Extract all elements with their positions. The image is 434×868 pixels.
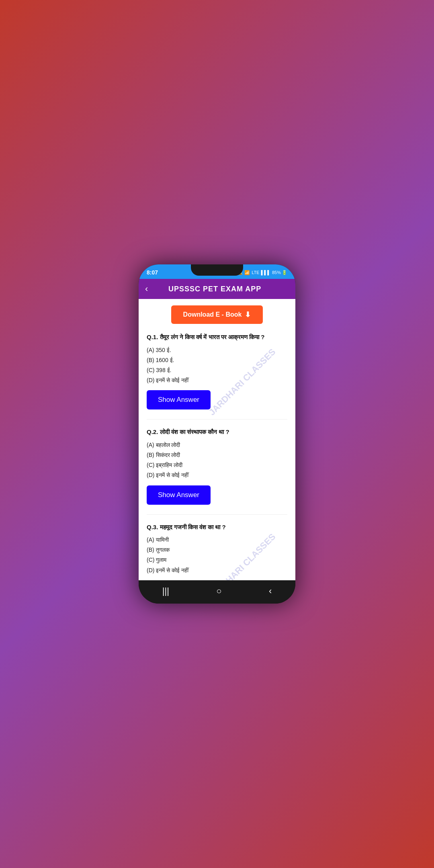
q1-number: Q.1.	[147, 334, 160, 340]
q1-option-c: (C) 398 ई.	[147, 365, 287, 375]
question-block-3: Q.3. महमूद गजनी किस वंश का था ? (A) यामि…	[147, 523, 287, 581]
questions-container: JARDHARI CLASSES Q.1. तैमूर लंग ने किस व…	[139, 329, 295, 580]
wifi-icon: 📶	[244, 270, 250, 275]
download-icon: ⬇	[245, 310, 251, 319]
question-block-1: Q.1. तैमूर लंग ने किस वर्ष में भारत पर आ…	[147, 333, 287, 409]
q3-option-c: (C) गुलाम	[147, 555, 287, 565]
q1-option-b: (B) 1600 ई.	[147, 355, 287, 365]
back-button[interactable]: ‹	[145, 285, 148, 293]
question-2-text: Q.2. लोदी वंश का संस्थापक कौन था ?	[147, 428, 287, 437]
q2-option-b: (B) सिकंदर लोदी	[147, 450, 287, 460]
question-1-text: Q.1. तैमूर लंग ने किस वर्ष में भारत पर आ…	[147, 333, 287, 342]
nav-back-button[interactable]: ‹	[261, 584, 280, 598]
show-answer-btn-1[interactable]: Show Answer	[147, 390, 211, 409]
q3-option-b: (B) तुगलक	[147, 545, 287, 555]
status-icons: 🔔 📶 LTE ▌▌▌ 85% 🔋	[237, 270, 287, 275]
show-answer-btn-2[interactable]: Show Answer	[147, 485, 211, 505]
divider-2	[147, 514, 287, 515]
divider-1	[147, 419, 287, 420]
signal-bars: ▌▌▌	[261, 270, 270, 275]
q2-option-c: (C) इब्राहिम लोदी	[147, 460, 287, 470]
q2-option-d: (D) इनमें से कोई नहीं	[147, 470, 287, 480]
app-title: UPSSSC PET EXAM APP	[153, 285, 277, 293]
battery-indicator: 85% 🔋	[272, 270, 287, 275]
q3-option-a: (A) यामिनी	[147, 535, 287, 545]
q3-body: महमूद गजनी किस वंश का था ?	[160, 524, 226, 530]
nav-home-button[interactable]: ○	[208, 584, 229, 598]
q2-number: Q.2.	[147, 428, 160, 435]
phone-notch	[191, 264, 243, 276]
signal-label: LTE	[252, 270, 259, 275]
phone-content: Download E - Book ⬇ JARDHARI CLASSES Q.1…	[139, 299, 295, 580]
q2-body: लोदी वंश का संस्थापक कौन था ?	[160, 428, 229, 435]
download-ebook-button[interactable]: Download E - Book ⬇	[171, 305, 263, 324]
download-btn-container: Download E - Book ⬇	[139, 299, 295, 329]
app-header: ‹ UPSSSC PET EXAM APP	[139, 279, 295, 299]
phone-frame: 8:07 🔔 📶 LTE ▌▌▌ 85% 🔋 ‹ UPSSSC PET EXAM…	[139, 264, 295, 604]
question-3-text: Q.3. महमूद गजनी किस वंश का था ?	[147, 523, 287, 532]
question-block-2: Q.2. लोदी वंश का संस्थापक कौन था ? (A) ब…	[147, 428, 287, 504]
nav-recents-button[interactable]: |||	[154, 584, 177, 598]
q1-body: तैमूर लंग ने किस वर्ष में भारत पर आक्रमण…	[160, 334, 265, 340]
download-btn-label: Download E - Book	[183, 311, 242, 318]
status-time: 8:07	[147, 269, 158, 276]
battery-icon: 🔋	[282, 270, 287, 275]
battery-percent: 85%	[272, 270, 281, 275]
q3-option-d: (D) इनमें से कोई नहीं	[147, 565, 287, 575]
nav-bar: ||| ○ ‹	[139, 580, 295, 604]
q1-option-a: (A) 350 ई.	[147, 345, 287, 355]
q3-number: Q.3.	[147, 524, 160, 530]
q1-option-d: (D) इनमें से कोई नहीं	[147, 375, 287, 385]
q2-option-a: (A) बहलोल लोदी	[147, 440, 287, 450]
